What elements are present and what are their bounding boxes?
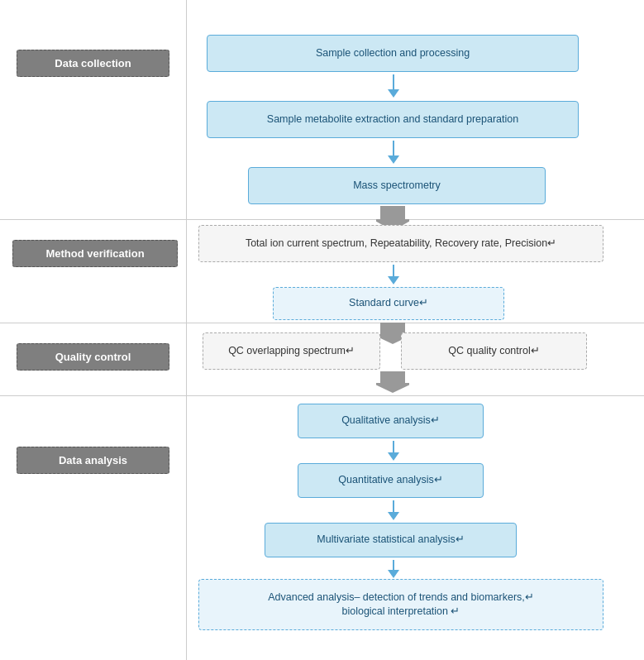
box-qc-quality: QC quality control↵ bbox=[401, 332, 587, 370]
label-data-collection: Data collection bbox=[17, 50, 169, 77]
arrow-4 bbox=[388, 441, 399, 461]
divider-1 bbox=[0, 219, 644, 220]
box-qc-overlapping: QC overlapping spectrum↵ bbox=[203, 332, 380, 370]
box-multivariate: Multivariate statistical analysis↵ bbox=[265, 523, 517, 557]
box-sample-collection: Sample collection and processing bbox=[207, 35, 579, 72]
arrow-6 bbox=[388, 560, 399, 578]
divider-3 bbox=[0, 395, 644, 396]
svg-marker-2 bbox=[376, 371, 409, 393]
box-metabolite-extraction: Sample metabolite extraction and standar… bbox=[207, 101, 579, 138]
arrow-3 bbox=[388, 265, 399, 285]
box-advanced: Advanced analysis– detection of trends a… bbox=[198, 579, 603, 630]
arrow-2 bbox=[388, 141, 399, 164]
diagram: Data collection Method verification Qual… bbox=[0, 0, 644, 660]
box-mass-spectrometry: Mass spectrometry bbox=[248, 167, 546, 204]
box-total-ion: Total ion current spectrum, Repeatabilit… bbox=[198, 225, 603, 262]
big-arrow-down-3 bbox=[376, 371, 409, 393]
box-quantitative: Quantitative analysis↵ bbox=[298, 463, 484, 498]
arrow-1 bbox=[388, 74, 399, 98]
arrow-5 bbox=[388, 500, 399, 520]
divider-2 bbox=[0, 323, 644, 323]
label-method-verification: Method verification bbox=[12, 240, 178, 267]
label-data-analysis: Data analysis bbox=[17, 447, 169, 474]
label-quality-control: Quality control bbox=[17, 343, 169, 371]
left-separator bbox=[186, 0, 187, 660]
box-standard-curve: Standard curve↵ bbox=[273, 287, 504, 320]
box-qualitative: Qualitative analysis↵ bbox=[298, 404, 484, 438]
